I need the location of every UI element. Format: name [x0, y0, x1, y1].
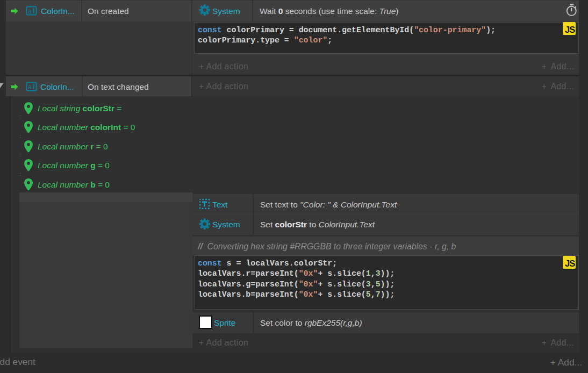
svg-text:a: a — [28, 82, 32, 90]
svg-text:a: a — [28, 6, 32, 15]
